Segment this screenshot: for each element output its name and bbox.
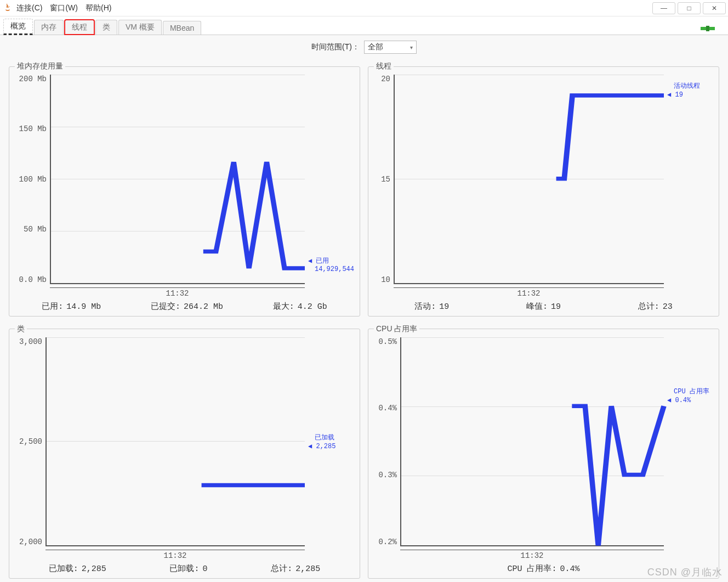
heap-used-value: 14.9 Mb [66,302,101,312]
menu-window[interactable]: 窗口(W) [50,3,78,13]
cpu-legend: CPU 占用率 ◀ 0.4% [664,337,713,547]
threads-stats: 活动:19 峰值:19 总计:23 [374,298,713,313]
classes-loaded-value: 2,285 [82,564,106,574]
menu-help[interactable]: 帮助(H) [86,3,111,13]
svg-rect-0 [701,27,706,30]
svg-rect-2 [706,26,709,31]
cpu-rate-value: 0.4% [560,564,580,574]
tab-threads[interactable]: 线程 [65,20,94,35]
heap-stats: 已用:14.9 Mb 已提交:264.2 Mb 最大:4.2 Gb [15,298,354,313]
tab-classes[interactable]: 类 [95,20,117,35]
panel-cpu: CPU 占用率 0.5% 0.4% 0.3% 0.2% CPU 占用率 ◀ 0.… [368,324,719,579]
threads-total-label: 总计: [638,302,659,312]
classes-total-label: 总计: [271,564,292,574]
tab-overview[interactable]: 概览 [3,19,33,35]
menu-bar: 连接(C) 窗口(W) 帮助(H) — □ ✕ [0,0,728,16]
heap-used-label: 已用: [42,302,63,312]
heap-committed-label: 已提交: [151,302,180,312]
heap-x-axis: 11:32 [50,287,305,298]
threads-legend-value: 19 [675,91,682,99]
cpu-ytick: 0.4% [378,404,397,413]
heap-ytick: 200 Mb [19,75,47,83]
classes-ytick: 2,000 [19,538,42,546]
cpu-rate-label: CPU 占用率: [507,564,556,574]
classes-unloaded-value: 0 [202,564,207,574]
minimize-button[interactable]: — [652,2,675,14]
threads-active-label: 活动: [414,302,436,312]
panel-cpu-title: CPU 占用率 [374,324,419,334]
threads-legend: 活动线程 ◀ 19 [664,75,713,284]
panel-classes: 类 3,000 2,500 2,000 已加载 ◀ 2,285 11:32 已加… [9,324,360,579]
time-range-value: 全部 [368,42,383,52]
heap-legend-value: 14,929,544 [315,265,354,273]
left-arrow-icon: ◀ 19 [667,91,713,99]
cpu-ytick: 0.5% [378,337,397,346]
cpu-chart [400,337,664,547]
threads-total-value: 23 [663,302,673,312]
cpu-y-axis: 0.5% 0.4% 0.3% 0.2% [374,337,400,547]
panel-heap-title: 堆内存使用量 [15,61,65,71]
classes-chart [46,337,305,547]
left-arrow-icon: ◀ 0.4% [667,396,713,404]
threads-y-axis: 20 15 10 [374,75,394,284]
classes-y-axis: 3,000 2,500 2,000 [15,337,46,547]
classes-unloaded-label: 已卸载: [169,564,199,574]
menu-connection[interactable]: 连接(C) [16,3,42,13]
heap-max-value: 4.2 Gb [298,302,327,312]
cpu-ytick: 0.3% [378,471,397,479]
time-range-select[interactable]: 全部 [364,41,417,54]
cpu-stats: CPU 占用率:0.4% [374,560,713,575]
time-range-row: 时间范围(T)： 全部 [0,35,728,59]
heap-ytick: 100 Mb [19,175,47,184]
maximize-button[interactable]: □ [678,2,701,14]
cpu-x-axis: 11:32 [400,550,664,560]
threads-active-value: 19 [439,302,449,312]
panel-threads: 线程 20 15 10 活动线程 ◀ 19 11:32 活动:19 峰值:19 [368,61,719,317]
dashboard: 堆内存使用量 200 Mb 150 Mb 100 Mb 50 Mb 0.0 Mb… [0,59,728,582]
threads-ytick: 15 [381,175,390,184]
heap-ytick: 150 Mb [19,125,47,133]
threads-peak-value: 19 [551,302,561,312]
threads-chart [394,75,664,284]
heap-ytick: 0.0 Mb [19,275,47,284]
threads-x-axis: 11:32 [394,287,664,298]
tab-strip: 概览 内存 线程 类 VM 概要 MBean [0,16,728,35]
left-arrow-icon: ◀ 已用 [308,256,354,265]
heap-committed-value: 264.2 Mb [184,302,223,312]
classes-total-value: 2,285 [295,564,320,574]
classes-ytick: 2,500 [19,437,42,446]
cpu-legend-title: CPU 占用率 [674,387,713,396]
cpu-legend-value: 0.4% [675,397,691,404]
connection-status-icon [691,24,725,35]
threads-peak-label: 峰值: [526,302,548,312]
time-range-label: 时间范围(T)： [311,42,360,52]
heap-legend: ◀ 已用 14,929,544 [305,75,354,284]
classes-legend-value: 2,285 [316,443,335,450]
panel-classes-title: 类 [15,324,27,334]
classes-x-axis: 11:32 [46,550,305,560]
cpu-ytick: 0.2% [378,538,397,546]
close-button[interactable]: ✕ [703,2,726,14]
classes-legend-title: 已加载 [315,433,354,442]
classes-stats: 已加载:2,285 已卸载:0 总计:2,285 [15,560,354,575]
threads-ytick: 20 [381,75,390,83]
tab-vm-summary[interactable]: VM 概要 [118,20,162,35]
classes-ytick: 3,000 [19,337,42,346]
heap-max-label: 最大: [273,302,294,312]
heap-y-axis: 200 Mb 150 Mb 100 Mb 50 Mb 0.0 Mb [15,75,50,284]
panel-heap: 堆内存使用量 200 Mb 150 Mb 100 Mb 50 Mb 0.0 Mb… [9,61,360,317]
left-arrow-icon: ◀ 2,285 [308,442,354,450]
classes-loaded-label: 已加载: [49,564,78,574]
svg-rect-1 [709,27,715,30]
heap-ytick: 50 Mb [24,225,47,234]
heap-chart [50,75,305,284]
heap-legend-title: 已用 [316,257,329,265]
tab-mbean[interactable]: MBean [163,21,201,35]
panel-threads-title: 线程 [374,61,394,71]
threads-legend-title: 活动线程 [674,81,713,91]
classes-legend: 已加载 ◀ 2,285 [305,337,354,547]
threads-ytick: 10 [381,275,390,284]
tab-memory[interactable]: 内存 [34,20,64,35]
java-icon [2,3,13,14]
